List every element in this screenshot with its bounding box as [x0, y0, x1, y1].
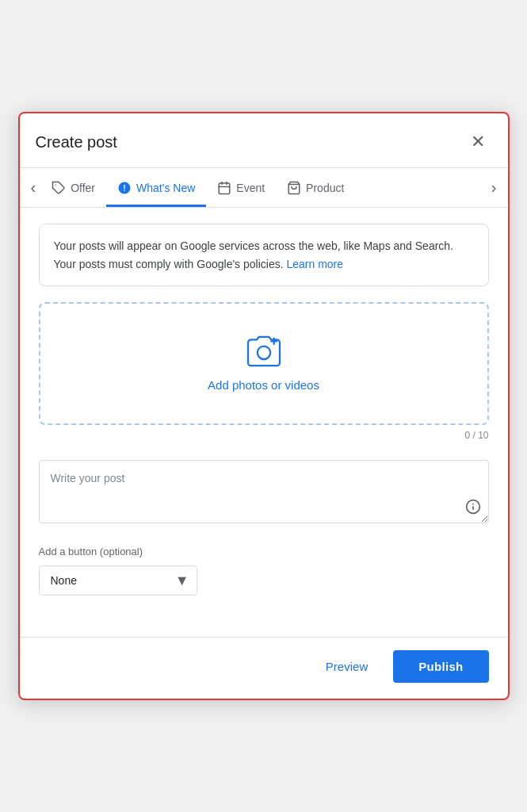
photo-upload-label: Add photos or videos	[208, 378, 319, 392]
info-circle-icon[interactable]	[465, 499, 481, 519]
chevron-left-icon: ‹	[31, 178, 36, 197]
info-box: Your posts will appear on Google service…	[39, 224, 489, 286]
tab-event[interactable]: Event	[206, 168, 276, 207]
modal-title: Create post	[36, 133, 117, 151]
tab-bar: ‹ Offer	[20, 168, 508, 208]
tab-product[interactable]: Product	[276, 168, 355, 207]
learn-more-link[interactable]: Learn more	[286, 258, 343, 270]
offer-icon	[52, 181, 66, 195]
post-input-wrapper	[39, 460, 489, 527]
publish-button[interactable]: Publish	[393, 650, 488, 683]
event-icon	[217, 181, 231, 195]
button-section-label: Add a button (optional)	[39, 546, 489, 557]
modal-content: Your posts will appear on Google service…	[20, 208, 508, 637]
close-icon: ✕	[471, 132, 485, 152]
tab-offer-label: Offer	[71, 182, 95, 194]
tab-offer[interactable]: Offer	[40, 168, 106, 207]
button-select-wrapper: None Book Order online Buy Learn more Si…	[39, 565, 197, 596]
camera-icon	[245, 335, 283, 370]
whats-new-icon: !	[117, 181, 132, 195]
create-post-modal: Create post ✕ ‹	[18, 112, 510, 700]
tab-whats-new-label: What's New	[136, 182, 195, 194]
close-button[interactable]: ✕	[464, 128, 492, 156]
svg-text:!: !	[123, 183, 126, 193]
svg-rect-3	[220, 183, 231, 194]
info-box-text: Your posts will appear on Google service…	[54, 239, 454, 270]
photo-upload-area[interactable]: Add photos or videos	[39, 302, 489, 425]
tab-product-label: Product	[306, 182, 344, 194]
tab-prev-button[interactable]: ‹	[26, 172, 41, 203]
preview-button[interactable]: Preview	[313, 652, 380, 681]
product-icon	[287, 181, 301, 195]
svg-point-8	[257, 347, 269, 359]
button-select[interactable]: None Book Order online Buy Learn more Si…	[39, 565, 197, 596]
chevron-right-icon: ›	[491, 178, 497, 197]
tab-whats-new[interactable]: ! What's New	[106, 168, 206, 207]
tabs-container: Offer ! What's New	[40, 168, 487, 207]
photo-count: 0 / 10	[39, 430, 489, 441]
post-textarea[interactable]	[39, 460, 489, 523]
modal-footer: Preview Publish	[20, 637, 508, 699]
tab-event-label: Event	[236, 182, 265, 194]
modal-header: Create post ✕	[20, 113, 508, 168]
button-section: Add a button (optional) None Book Order …	[39, 546, 489, 596]
tab-next-button[interactable]: ›	[487, 172, 502, 203]
